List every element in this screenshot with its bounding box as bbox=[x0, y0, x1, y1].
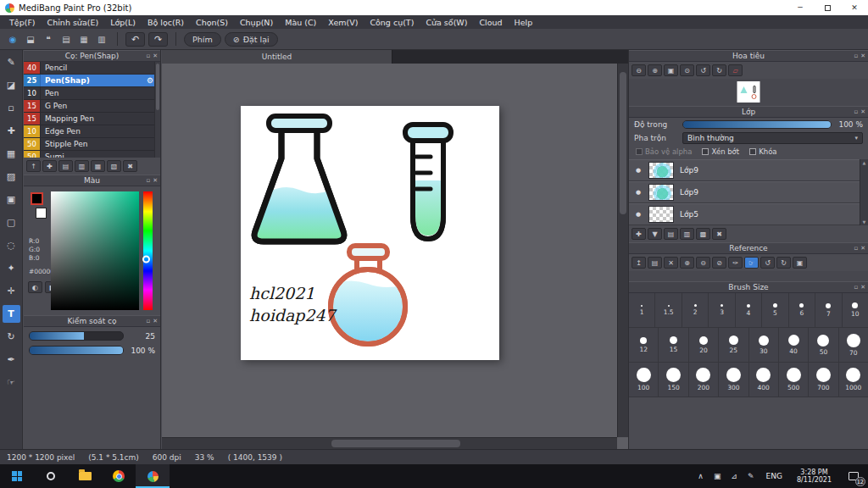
close-panel-icon[interactable]: ✕ bbox=[860, 245, 865, 252]
brush-size-cell[interactable]: 100 bbox=[629, 363, 659, 396]
workspace[interactable]: hcl2021 hoidap247 bbox=[162, 64, 617, 437]
brush-size-cell[interactable]: 7 bbox=[815, 293, 842, 327]
menu-item-3[interactable]: Bộ lọc(R) bbox=[142, 18, 190, 27]
wand-tool[interactable]: ✦ bbox=[3, 259, 20, 277]
close-panel-icon[interactable]: ✕ bbox=[153, 177, 158, 184]
brush-item[interactable]: 40Pencil bbox=[24, 62, 160, 75]
fill-tool[interactable]: ▣ bbox=[3, 191, 20, 208]
save-icon[interactable]: ⬓ bbox=[23, 32, 38, 46]
merge-layer-icon[interactable]: ▩ bbox=[696, 228, 710, 240]
select-rect-tool[interactable]: ▢ bbox=[3, 214, 20, 231]
hand-tool[interactable]: ☞ bbox=[3, 374, 20, 391]
file-explorer-button[interactable] bbox=[68, 464, 102, 488]
maximize-button[interactable] bbox=[814, 0, 841, 15]
brush-mode-icon[interactable]: ◉ bbox=[5, 32, 20, 46]
layer-row[interactable]: ●Lớp5 bbox=[629, 203, 868, 225]
brush-size-cell[interactable]: 20 bbox=[689, 328, 719, 362]
page-icon[interactable]: ▤ bbox=[58, 32, 74, 46]
layer-folder-icon[interactable]: ▥ bbox=[680, 228, 694, 240]
edit-brush-icon[interactable]: ▥ bbox=[75, 160, 89, 172]
navigator-thumbnail[interactable] bbox=[737, 81, 760, 103]
brush-size-cell[interactable]: 500 bbox=[779, 363, 809, 396]
brush-list-scrollbar[interactable] bbox=[154, 62, 160, 158]
search-button[interactable] bbox=[34, 464, 68, 488]
brush-opacity-slider[interactable] bbox=[29, 346, 124, 355]
brush-item[interactable]: 15Mapping Pen bbox=[24, 113, 160, 125]
brush-size-cell[interactable]: 40 bbox=[779, 328, 809, 362]
close-panel-icon[interactable]: ✕ bbox=[860, 108, 865, 115]
medibang-taskbar-button[interactable] bbox=[136, 464, 170, 488]
reset-view-icon[interactable]: ▱ bbox=[728, 64, 743, 76]
layer-list-scrollbar[interactable]: ▲ ▼ bbox=[860, 159, 868, 225]
float-panel-icon[interactable]: ▫ bbox=[854, 108, 858, 115]
menu-item-6[interactable]: Màu (C) bbox=[279, 18, 322, 27]
brush-size-cell[interactable]: 10 bbox=[843, 293, 868, 327]
menu-item-0[interactable]: Tệp(F) bbox=[3, 18, 42, 27]
menu-item-8[interactable]: Công cụ(T) bbox=[364, 18, 420, 27]
menu-item-7[interactable]: Xem(V) bbox=[322, 18, 364, 27]
layer-checkbox-1[interactable]: Xén bớt bbox=[702, 147, 739, 156]
brush-size-cell[interactable]: 70 bbox=[839, 328, 868, 362]
brush-size-cell[interactable]: 1 bbox=[629, 293, 655, 327]
move-tool[interactable]: ✛ bbox=[3, 282, 20, 300]
rotate-tool[interactable]: ↻ bbox=[3, 328, 20, 346]
checkbox-box[interactable] bbox=[702, 148, 709, 155]
undo-button[interactable]: ↶ bbox=[125, 32, 145, 47]
saturation-value-square[interactable] bbox=[51, 191, 139, 310]
cross-stitch-tool[interactable]: ✚ bbox=[3, 122, 20, 140]
minimize-button[interactable]: ─ bbox=[787, 0, 814, 15]
canvas-vertical-scrollbar[interactable] bbox=[617, 64, 628, 437]
brush-size-cell[interactable]: 300 bbox=[719, 363, 748, 396]
delete-layer-icon[interactable]: ✖ bbox=[712, 228, 726, 240]
clear-image-icon[interactable]: ✕ bbox=[664, 257, 678, 269]
text-tool[interactable]: T bbox=[3, 305, 20, 323]
menu-item-4[interactable]: Chọn(S) bbox=[190, 18, 234, 27]
background-color-swatch[interactable] bbox=[36, 208, 47, 219]
ref-hand-icon[interactable]: ☞ bbox=[744, 257, 759, 269]
ref-rotate-left-icon[interactable]: ↺ bbox=[760, 257, 775, 269]
zoom-out-icon[interactable]: ⊖ bbox=[632, 64, 646, 76]
pen-tool[interactable]: ✎ bbox=[3, 53, 20, 71]
layer-opacity-slider[interactable] bbox=[682, 120, 832, 129]
close-panel-icon[interactable]: ✕ bbox=[860, 284, 865, 291]
checkbox-box[interactable] bbox=[749, 148, 756, 155]
eraser-tool[interactable]: ◪ bbox=[3, 76, 20, 94]
layer-row[interactable]: ●Lớp9 bbox=[629, 159, 868, 181]
select-ellipse-tool[interactable]: ◌ bbox=[3, 236, 20, 254]
grid-icon[interactable]: ▦ bbox=[76, 32, 92, 46]
menu-item-5[interactable]: Chụp(N) bbox=[234, 18, 279, 27]
zoom-in-icon[interactable]: ⊕ bbox=[648, 64, 662, 76]
float-panel-icon[interactable]: ▫ bbox=[854, 53, 858, 59]
brush-size-cell[interactable]: 5 bbox=[762, 293, 788, 327]
visibility-dot[interactable]: ● bbox=[636, 167, 643, 174]
foreground-color-swatch[interactable] bbox=[31, 192, 43, 205]
brush-size-cell[interactable]: 12 bbox=[629, 328, 659, 362]
canvas-horizontal-scrollbar[interactable] bbox=[162, 437, 617, 449]
action-center-button[interactable]: 12 bbox=[839, 464, 868, 488]
import-image-icon[interactable]: ↥ bbox=[632, 257, 646, 269]
add-brush-icon[interactable]: ✚ bbox=[42, 160, 57, 172]
brush-size-cell[interactable]: 4 bbox=[736, 293, 762, 327]
close-panel-icon[interactable]: ✕ bbox=[860, 53, 865, 59]
scrollbar-thumb[interactable] bbox=[156, 64, 159, 110]
photos-tray-icon[interactable]: ▣ bbox=[709, 464, 726, 488]
pen-settings-icon[interactable]: ✎ bbox=[743, 464, 760, 488]
brush-size-cell[interactable]: 1000 bbox=[839, 363, 868, 396]
brush-size-slider[interactable] bbox=[29, 331, 124, 341]
duplicate-brush-icon[interactable]: ▤ bbox=[58, 160, 73, 172]
volume-icon[interactable]: ⊿ bbox=[726, 464, 743, 488]
scrollbar-thumb[interactable] bbox=[620, 72, 626, 214]
brush-size-cell[interactable]: 700 bbox=[809, 363, 838, 396]
brush-item[interactable]: 50Stipple Pen bbox=[24, 138, 160, 151]
brush-item[interactable]: 10Pen bbox=[24, 87, 160, 100]
menu-item-10[interactable]: Cloud bbox=[473, 18, 508, 27]
float-panel-icon[interactable]: ▫ bbox=[146, 177, 150, 184]
ref-zoom-in-icon[interactable]: ⊕ bbox=[680, 257, 694, 269]
ref-rotate-right-icon[interactable]: ↻ bbox=[776, 257, 791, 269]
language-indicator[interactable]: ENG bbox=[760, 472, 789, 480]
brush-folder-icon[interactable]: ▦ bbox=[91, 160, 105, 172]
brush-size-cell[interactable]: 50 bbox=[809, 328, 838, 362]
copy-brush-icon[interactable]: ▧ bbox=[107, 160, 121, 172]
clock[interactable]: 3:28 PM 8/11/2021 bbox=[789, 469, 839, 485]
scroll-down-arrow[interactable]: ▼ bbox=[863, 219, 866, 225]
